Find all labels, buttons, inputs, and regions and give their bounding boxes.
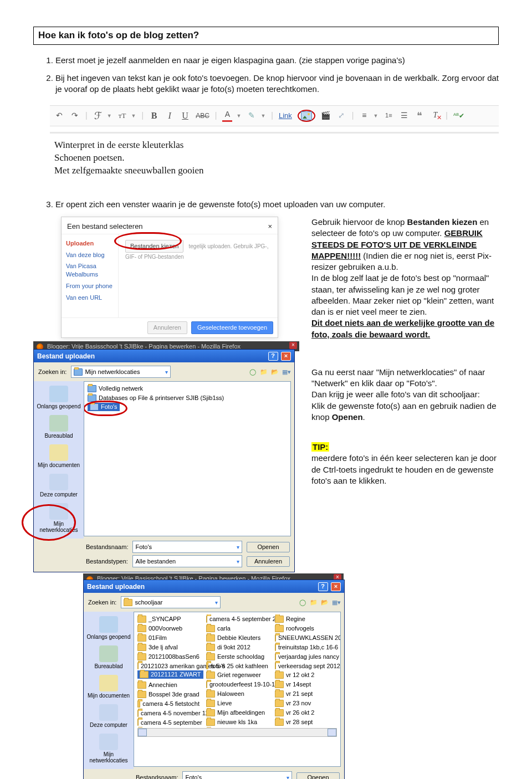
up-icon[interactable]: 📁 <box>260 368 268 376</box>
link-button[interactable]: Link <box>279 111 292 121</box>
look-in-dropdown[interactable]: Mijn netwerklocaties ▾ <box>71 366 171 378</box>
up-icon[interactable]: 📁 <box>310 598 318 607</box>
folder-entry[interactable]: verjaardag jules nancy 23-11 <box>275 652 337 662</box>
cancel-button[interactable]: Annuleren <box>247 556 290 567</box>
folder-entry[interactable]: verkeersdag sept 2012 <box>275 662 337 671</box>
look-in-dropdown-2[interactable]: schooljaar ▾ <box>121 596 221 608</box>
folder-entry[interactable]: grootouderfeest 19-10-12 <box>206 680 268 689</box>
align-icon[interactable]: ≡ <box>359 110 369 121</box>
folder-entry[interactable]: Haloween <box>206 689 268 699</box>
filetype-dropdown[interactable]: Alle bestanden ▾ <box>132 555 242 567</box>
undo-icon[interactable]: ↶ <box>54 110 64 121</box>
place-mydocs[interactable]: Mijn documenten <box>35 442 83 472</box>
font-size-icon[interactable]: тT <box>117 111 127 121</box>
nav-url[interactable]: Van een URL <box>65 292 115 304</box>
folder-entry[interactable]: vr 21 sept <box>275 689 337 699</box>
bold-icon[interactable]: B <box>149 110 159 122</box>
choose-files-button[interactable]: Bestanden kiezen <box>125 240 183 253</box>
close-icon[interactable]: × <box>331 582 341 591</box>
views-icon[interactable]: ▦▾ <box>282 368 290 376</box>
filename-input[interactable]: Foto's ▾ <box>132 541 242 553</box>
folder-entry[interactable]: camera 4-5 november 12 <box>137 709 200 718</box>
folder-entry[interactable]: vr 14sept <box>275 680 337 689</box>
add-selected-button[interactable]: Geselecteerde toevoegen <box>191 321 273 334</box>
folder-entry[interactable]: camera 4-5 september 2 <box>206 614 268 624</box>
folder-entry[interactable]: vr 28 sept <box>275 718 337 727</box>
place-mydocs[interactable]: Mijn documenten <box>85 673 132 702</box>
strike-icon[interactable]: ABC <box>196 111 209 120</box>
folder-entry[interactable]: 3de lj afval <box>137 643 200 652</box>
folder-entry[interactable]: Lieve <box>206 699 268 708</box>
folder-entry[interactable]: treinuitstap 1kb,c 16-6 <box>275 643 337 652</box>
folder-entry[interactable]: Eerste schooldag <box>206 652 268 662</box>
entry-volledig-netwerk[interactable]: Volledig netwerk <box>88 384 287 393</box>
text-color-icon[interactable]: A <box>222 109 232 122</box>
back-icon[interactable]: ◯ <box>249 368 257 376</box>
redo-icon[interactable]: ↷ <box>70 110 80 121</box>
folder-entry[interactable]: vr 12 okt 2 <box>275 670 337 680</box>
place-network[interactable]: Mijn netwerklocaties <box>85 731 132 767</box>
folder-entry[interactable]: camera 4-5 september <box>137 718 200 727</box>
folder-entry[interactable]: foto's 25 okt kathleen <box>206 662 268 671</box>
folder-entry[interactable]: Annechien <box>137 680 200 690</box>
underline-icon[interactable]: U <box>180 110 190 122</box>
entry-fotos-selected[interactable]: Foto's <box>88 403 120 411</box>
folder-entry[interactable]: nieuwe kls 1ka <box>206 718 268 727</box>
insert-image-icon[interactable] <box>301 111 312 120</box>
place-desktop[interactable]: Bureaublad <box>85 643 132 673</box>
folder-entry[interactable]: 20121121 ZWART <box>137 670 203 679</box>
place-mycomputer[interactable]: Deze computer <box>35 472 83 501</box>
entry-databases[interactable]: Databases op File & printserver SJIB (Sj… <box>88 393 287 403</box>
close-icon[interactable]: × <box>268 222 272 232</box>
folder-entry[interactable]: Regine <box>275 614 337 624</box>
bullet-list-icon[interactable]: ☰ <box>399 110 409 121</box>
folder-entry[interactable]: 20121023 amerikan games 5-6 <box>137 662 200 671</box>
filename-input-2[interactable]: Foto's ▾ <box>182 771 292 779</box>
back-icon[interactable]: ◯ <box>299 598 306 607</box>
window-close-icon[interactable]: × <box>289 342 297 349</box>
help-icon[interactable]: ? <box>318 582 328 591</box>
folder-entry[interactable]: 01Film <box>137 633 200 643</box>
folder-entry[interactable]: Mijn afbeeldingen <box>206 708 268 718</box>
nav-picasa[interactable]: Van Picasa Webalbums <box>65 260 115 280</box>
folder-entry[interactable]: carla <box>206 624 268 633</box>
help-icon[interactable]: ? <box>268 352 278 361</box>
folder-entry[interactable]: camera 4-5 fietstocht <box>137 699 200 709</box>
folder-entry[interactable]: roofvogels <box>275 624 337 633</box>
place-desktop[interactable]: Bureaublad <box>35 413 83 442</box>
video-icon[interactable]: 🎬 <box>321 110 331 121</box>
nav-van-deze-blog[interactable]: Van deze blog <box>65 249 115 261</box>
open-button-2[interactable]: Openen <box>296 772 340 779</box>
file-list-1[interactable]: Volledig netwerk Databases op File & pri… <box>84 381 291 536</box>
open-button[interactable]: Openen <box>247 542 290 552</box>
views-icon[interactable]: ▦▾ <box>332 598 340 607</box>
place-recent[interactable]: Onlangs geopend <box>35 383 83 413</box>
numbered-list-icon[interactable]: 1≡ <box>383 111 393 120</box>
nav-uploaden[interactable]: Uploaden <box>65 238 115 249</box>
horizontal-scrollbar[interactable] <box>137 728 337 737</box>
folder-entry[interactable]: _SYNCAPP <box>137 614 200 624</box>
close-icon[interactable]: × <box>281 352 291 361</box>
quote-icon[interactable]: ❝ <box>415 109 424 122</box>
folder-entry[interactable]: Griet regenweer <box>206 670 268 680</box>
folder-entry[interactable]: vr 23 nov <box>275 699 337 708</box>
new-folder-icon[interactable]: 📂 <box>321 598 329 607</box>
folder-entry[interactable]: 20121008basSen6 <box>137 652 200 662</box>
file-list-2[interactable]: _SYNCAPP000Voorweb01Film3de lj afval2012… <box>134 612 341 767</box>
place-mycomputer[interactable]: Deze computer <box>85 702 132 731</box>
folder-entry[interactable]: vr 26 okt 2 <box>275 708 337 718</box>
folder-entry[interactable]: di 9okt 2012 <box>206 643 268 652</box>
highlight-icon[interactable]: ✎ <box>247 110 257 121</box>
new-folder-icon[interactable]: 📂 <box>271 368 279 376</box>
break-icon[interactable]: ⤢ <box>336 110 346 121</box>
nav-phone[interactable]: From your phone <box>65 280 115 292</box>
spellcheck-icon[interactable]: ᴬᴮ✔ <box>453 111 464 120</box>
cancel-button[interactable]: Annuleren <box>147 321 187 334</box>
font-family-icon[interactable]: ℱ <box>93 109 103 122</box>
folder-entry[interactable]: Debbie Kleuters <box>206 633 268 643</box>
place-network[interactable]: Mijn netwerklocaties <box>35 501 83 536</box>
remove-format-icon[interactable]: T✕ <box>430 110 440 121</box>
folder-entry[interactable]: Bosspel 3de graad <box>137 690 200 699</box>
folder-entry[interactable]: 000Voorweb <box>137 624 200 633</box>
place-recent[interactable]: Onlangs geopend <box>85 614 132 643</box>
